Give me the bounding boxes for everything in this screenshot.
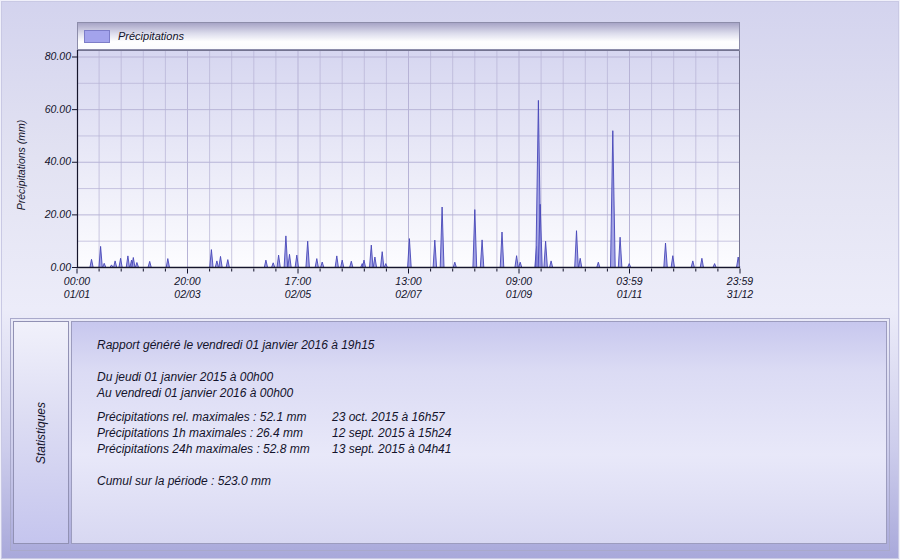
chart-legend: Précipitations (77, 22, 740, 50)
x-tick-time: 13:00 (377, 275, 441, 288)
x-tick-label: 00:0001/01 (45, 275, 109, 301)
y-tick-label: 80.00 (23, 50, 71, 63)
statistics-sidebar-label: Statistiques (34, 401, 48, 463)
x-tick-date: 02/07 (377, 288, 441, 301)
x-tick-label: 23:5931/12 (708, 275, 772, 301)
statistics-sidebar: Statistiques (13, 321, 69, 544)
chart-plot-area (77, 50, 740, 269)
stat-row-24h-max: Précipitations 24h maximales : 52.8 mm 1… (97, 441, 866, 457)
stat-label: Précipitations 1h maximales : 26.4 mm (97, 425, 332, 441)
x-tick-date: 02/05 (266, 288, 330, 301)
x-tick-date: 31/12 (708, 288, 772, 301)
y-tick-label: 40.00 (23, 155, 71, 168)
stat-row-1h-max: Précipitations 1h maximales : 26.4 mm 12… (97, 425, 866, 441)
precipitation-chart (77, 50, 740, 269)
legend-label: Précipitations (118, 30, 184, 42)
x-tick-label: 03:5901/11 (598, 275, 662, 301)
x-tick-date: 02/03 (156, 288, 220, 301)
x-tick-date: 01/09 (487, 288, 551, 301)
x-tick-date: 01/11 (598, 288, 662, 301)
y-tick-label: 60.00 (23, 103, 71, 116)
report-generated-line: Rapport généré le vendredi 01 janvier 20… (97, 337, 866, 353)
statistics-panel: Statistiques Rapport généré le vendredi … (10, 318, 890, 551)
x-tick-time: 09:00 (487, 275, 551, 288)
precipitation-report-window: Précipitations Précipitations (mm) 0.002… (0, 0, 900, 560)
x-tick-label: 20:0002/03 (156, 275, 220, 301)
x-tick-time: 20:00 (156, 275, 220, 288)
stat-datetime: 23 oct. 2015 à 16h57 (332, 409, 445, 425)
x-tick-time: 23:59 (708, 275, 772, 288)
stat-datetime: 12 sept. 2015 à 15h24 (332, 425, 451, 441)
period-from-line: Du jeudi 01 janvier 2015 à 00h00 (97, 369, 866, 385)
max-stats-rows: Précipitations rel. maximales : 52.1 mm … (97, 409, 866, 457)
x-tick-time: 03:59 (598, 275, 662, 288)
stat-row-rel-max: Précipitations rel. maximales : 52.1 mm … (97, 409, 866, 425)
y-tick-label: 20.00 (23, 208, 71, 221)
stat-label: Précipitations 24h maximales : 52.8 mm (97, 441, 332, 457)
stat-datetime: 13 sept. 2015 à 04h41 (332, 441, 451, 457)
statistics-content: Rapport généré le vendredi 01 janvier 20… (71, 321, 887, 544)
stat-label: Précipitations rel. maximales : 52.1 mm (97, 409, 332, 425)
period-to-line: Au vendredi 01 janvier 2016 à 00h00 (97, 385, 866, 401)
x-tick-label: 17:0002/05 (266, 275, 330, 301)
x-tick-label: 13:0002/07 (377, 275, 441, 301)
y-tick-label: 0.00 (23, 261, 71, 274)
x-tick-date: 01/01 (45, 288, 109, 301)
total-line: Cumul sur la période : 523.0 mm (97, 473, 866, 489)
x-tick-label: 09:0001/09 (487, 275, 551, 301)
legend-swatch-icon (84, 30, 110, 43)
x-tick-time: 00:00 (45, 275, 109, 288)
x-tick-time: 17:00 (266, 275, 330, 288)
